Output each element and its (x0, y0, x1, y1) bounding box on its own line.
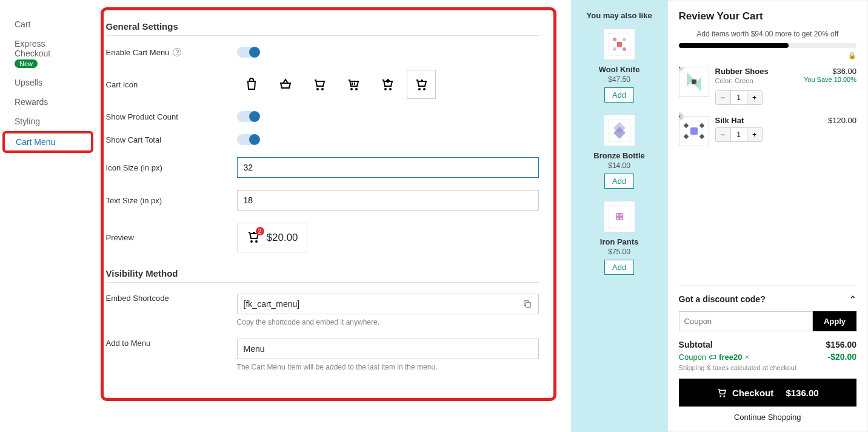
checkout-button[interactable]: Checkout $136.00 (679, 379, 856, 407)
apply-button[interactable]: Apply (813, 311, 856, 331)
qty-value: 1 (730, 91, 747, 104)
qty-plus-button[interactable]: + (747, 128, 762, 141)
cart-icon (716, 387, 727, 398)
copy-icon[interactable] (522, 299, 532, 309)
chevron-up-icon: ⌃ (849, 294, 856, 304)
help-icon[interactable]: ? (173, 48, 181, 56)
qty-control: − 1 + (715, 127, 763, 142)
qty-plus-button[interactable]: + (747, 91, 762, 104)
svg-point-14 (616, 218, 618, 220)
preview-count-badge: 2 (256, 227, 264, 235)
coupon-input[interactable] (679, 311, 813, 331)
qty-minus-button[interactable]: − (716, 128, 730, 141)
upsell-image (604, 115, 635, 146)
svg-rect-11 (616, 213, 623, 220)
promo-text: Add items worth $94.00 more to get 20% o… (679, 30, 856, 38)
cart-item-name: Rubber Shoes (715, 67, 769, 76)
upsell-price: $14.00 (571, 161, 668, 170)
subtotal-value: $156.00 (826, 340, 856, 349)
sidebar-item-cart[interactable]: Cart (0, 15, 96, 34)
upsell-title: You may also like (571, 11, 668, 20)
subtotal-label: Subtotal (679, 340, 713, 349)
upsell-item: Wool Knife $47.50 Add (571, 29, 668, 103)
svg-rect-22 (683, 134, 688, 139)
icon-size-label: Icon Size (in px) (106, 163, 237, 172)
show-cart-total-label: Show Cart Total (106, 135, 237, 144)
preview-total: $20.00 (267, 232, 298, 244)
cart-icon-cart3[interactable] (373, 70, 402, 99)
lock-icon: 🔒 (679, 52, 856, 59)
tag-icon: 🏷 (709, 353, 716, 362)
continue-shopping-link[interactable]: Continue Shopping (679, 413, 856, 422)
add-to-menu-label: Add to Menu (106, 339, 237, 348)
qty-minus-button[interactable]: − (716, 91, 730, 104)
cart-icon-basket[interactable] (271, 70, 300, 99)
coupon-applied: Coupon 🏷 free20 × (679, 352, 749, 362)
progress-bar (679, 43, 856, 48)
cart-preview-panel: You may also like Wool Knife $47.50 Add … (571, 0, 868, 432)
preview-cart-icon: 2 (246, 229, 261, 246)
cart-title: Review Your Cart (679, 10, 856, 22)
svg-rect-23 (699, 134, 704, 139)
cart-icon-cart2[interactable] (339, 70, 368, 99)
svg-point-6 (623, 47, 626, 51)
sidebar: Cart Express Checkout New Upsells Reward… (0, 0, 96, 432)
cart-item-save: You Save 10.00% (804, 76, 856, 88)
preview-label: Preview (106, 233, 237, 242)
discount-toggle[interactable]: Got a discount code? ⌃ (679, 294, 856, 304)
sidebar-item-express[interactable]: Express Checkout New (0, 34, 96, 73)
cart-item-price: $120.00 (828, 116, 856, 125)
shortcode-field[interactable]: [fk_cart_menu] (237, 294, 539, 314)
sidebar-item-styling[interactable]: Styling (0, 112, 96, 131)
upsell-price: $75.00 (571, 248, 668, 256)
enable-cart-menu-toggle[interactable] (237, 47, 259, 58)
svg-point-13 (620, 214, 622, 216)
shipping-note: Shipping & taxes calculated at checkout (679, 364, 856, 371)
add-button[interactable]: Add (604, 87, 634, 103)
cart-icon-label: Cart Icon (106, 80, 237, 89)
upsell-name: Bronze Bottle (571, 151, 668, 160)
show-product-count-toggle[interactable] (237, 111, 259, 122)
sidebar-item-upsells[interactable]: Upsells (0, 73, 96, 92)
cart-icon-bag[interactable] (237, 70, 266, 99)
icon-size-input[interactable] (237, 157, 539, 178)
upsell-item: Bronze Bottle $14.00 Add (571, 115, 668, 189)
upsell-image (604, 201, 635, 232)
general-settings-panel: General Settings Enable Cart Menu ? Cart… (101, 7, 556, 401)
qty-control: − 1 + (715, 90, 763, 105)
menu-select[interactable]: Menu (237, 339, 539, 359)
svg-rect-0 (526, 302, 530, 307)
shortcode-value: [fk_cart_menu] (244, 299, 300, 309)
add-button[interactable]: Add (604, 260, 634, 275)
cart-item-price: $36.00 (832, 67, 856, 76)
show-cart-total-toggle[interactable] (237, 134, 259, 145)
cart-icon-cart4[interactable] (407, 70, 436, 99)
upsell-price: $47.50 (571, 75, 668, 84)
cart-icon-cart1[interactable] (305, 70, 334, 99)
upsell-name: Iron Pants (571, 237, 668, 246)
svg-point-5 (613, 47, 616, 51)
new-badge: New (15, 59, 38, 68)
cart-item: × Rubber Shoes $36.00 Color: Green You S… (679, 67, 856, 105)
sidebar-item-cart-menu[interactable]: Cart Menu (2, 131, 93, 153)
upsell-column: You may also like Wool Knife $47.50 Add … (571, 0, 668, 432)
visibility-method-title: Visibility Method (106, 265, 539, 283)
cart-column: Review Your Cart Add items worth $94.00 … (668, 0, 868, 432)
shortcode-help: Copy the shortcode and embed it anywhere… (237, 318, 539, 326)
add-button[interactable]: Add (604, 174, 634, 189)
qty-value: 1 (730, 128, 747, 141)
general-settings-title: General Settings (106, 18, 539, 36)
svg-marker-18 (694, 77, 701, 92)
svg-rect-4 (617, 42, 622, 47)
show-product-count-label: Show Product Count (106, 112, 237, 121)
svg-point-15 (620, 218, 622, 220)
svg-point-3 (623, 38, 626, 41)
upsell-item: Iron Pants $75.00 Add (571, 201, 668, 275)
remove-coupon-button[interactable]: × (744, 353, 749, 362)
svg-rect-20 (683, 123, 688, 128)
sidebar-item-rewards[interactable]: Rewards (0, 92, 96, 112)
coupon-discount: -$20.00 (828, 352, 856, 362)
upsell-image (604, 29, 635, 60)
svg-rect-19 (690, 127, 698, 135)
text-size-input[interactable] (237, 190, 539, 211)
